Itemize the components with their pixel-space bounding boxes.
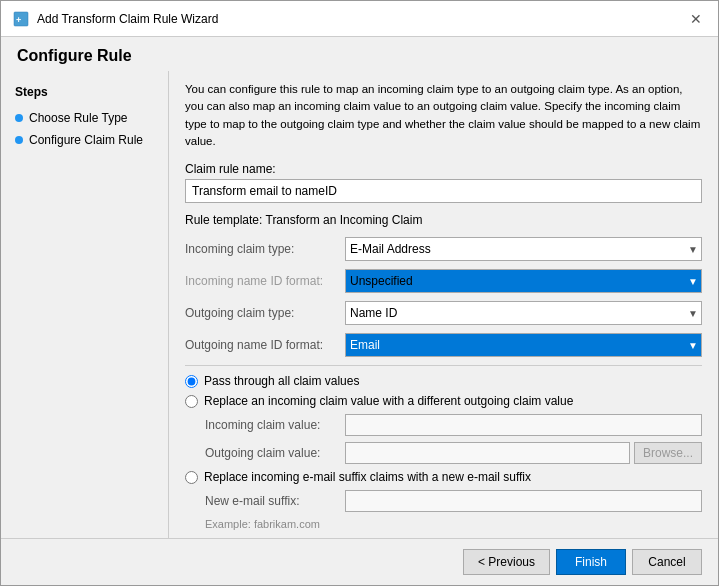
radio-pass-through-item: Pass through all claim values — [185, 374, 702, 388]
radio-replace-suffix-item: Replace incoming e-mail suffix claims wi… — [185, 470, 702, 484]
example-text: Example: fabrikam.com — [185, 518, 702, 530]
sidebar-item-configure-claim-rule[interactable]: Configure Claim Rule — [1, 129, 168, 151]
outgoing-name-id-format-wrapper: Email ▼ — [345, 333, 702, 357]
finish-button[interactable]: Finish — [556, 549, 626, 575]
incoming-name-id-format-row: Incoming name ID format: Unspecified ▼ — [185, 269, 702, 293]
outgoing-claim-type-wrapper: Name ID ▼ — [345, 301, 702, 325]
rule-template-text: Rule template: Transform an Incoming Cla… — [185, 213, 702, 227]
incoming-name-id-format-label: Incoming name ID format: — [185, 274, 345, 288]
title-bar: + Add Transform Claim Rule Wizard ✕ — [1, 1, 718, 37]
sidebar: Steps Choose Rule Type Configure Claim R… — [1, 71, 169, 538]
outgoing-name-id-format-select[interactable]: Email — [345, 333, 702, 357]
outgoing-claim-type-label: Outgoing claim type: — [185, 306, 345, 320]
content-area: Steps Choose Rule Type Configure Claim R… — [1, 71, 718, 538]
new-email-suffix-input[interactable] — [345, 490, 702, 512]
radio-replace-value[interactable] — [185, 395, 198, 408]
incoming-claim-type-select[interactable]: E-Mail Address — [345, 237, 702, 261]
radio-replace-suffix[interactable] — [185, 471, 198, 484]
outgoing-claim-value-row: Outgoing claim value: Browse... — [185, 442, 702, 464]
sidebar-label-configure-claim-rule: Configure Claim Rule — [29, 133, 143, 147]
previous-button[interactable]: < Previous — [463, 549, 550, 575]
step-dot-1 — [15, 114, 23, 122]
outgoing-name-id-format-label: Outgoing name ID format: — [185, 338, 345, 352]
close-button[interactable]: ✕ — [686, 9, 706, 29]
sidebar-item-choose-rule-type[interactable]: Choose Rule Type — [1, 107, 168, 129]
title-text: Add Transform Claim Rule Wizard — [37, 12, 218, 26]
radio-replace-value-item: Replace an incoming claim value with a d… — [185, 394, 702, 408]
outgoing-claim-value-input[interactable] — [345, 442, 630, 464]
claim-rule-name-group: Claim rule name: — [185, 162, 702, 203]
radio-replace-suffix-label: Replace incoming e-mail suffix claims wi… — [204, 470, 531, 484]
step-dot-2 — [15, 136, 23, 144]
radio-replace-value-label: Replace an incoming claim value with a d… — [204, 394, 573, 408]
incoming-name-id-format-wrapper: Unspecified ▼ — [345, 269, 702, 293]
incoming-claim-type-row: Incoming claim type: E-Mail Address ▼ — [185, 237, 702, 261]
browse-button[interactable]: Browse... — [634, 442, 702, 464]
outgoing-claim-value-label: Outgoing claim value: — [205, 446, 345, 460]
outgoing-claim-type-select[interactable]: Name ID — [345, 301, 702, 325]
radio-pass-through-label: Pass through all claim values — [204, 374, 359, 388]
svg-text:+: + — [16, 15, 21, 25]
dialog: + Add Transform Claim Rule Wizard ✕ Conf… — [0, 0, 719, 586]
description-text: You can configure this rule to map an in… — [185, 81, 702, 150]
divider-1 — [185, 365, 702, 366]
sidebar-label-choose-rule-type: Choose Rule Type — [29, 111, 128, 125]
incoming-claim-value-label: Incoming claim value: — [205, 418, 345, 432]
wizard-icon: + — [13, 11, 29, 27]
incoming-claim-type-wrapper: E-Mail Address ▼ — [345, 237, 702, 261]
incoming-claim-value-input[interactable] — [345, 414, 702, 436]
main-content: You can configure this rule to map an in… — [169, 71, 718, 538]
sidebar-title: Steps — [1, 81, 168, 107]
incoming-claim-type-label: Incoming claim type: — [185, 242, 345, 256]
title-bar-left: + Add Transform Claim Rule Wizard — [13, 11, 218, 27]
outgoing-name-id-format-row: Outgoing name ID format: Email ▼ — [185, 333, 702, 357]
page-title: Configure Rule — [1, 37, 718, 71]
claim-rule-name-input[interactable] — [185, 179, 702, 203]
cancel-button[interactable]: Cancel — [632, 549, 702, 575]
incoming-name-id-format-select[interactable]: Unspecified — [345, 269, 702, 293]
claim-rule-name-label: Claim rule name: — [185, 162, 702, 176]
footer: < Previous Finish Cancel — [1, 538, 718, 585]
outgoing-claim-type-row: Outgoing claim type: Name ID ▼ — [185, 301, 702, 325]
new-email-suffix-label: New e-mail suffix: — [205, 494, 345, 508]
new-email-suffix-row: New e-mail suffix: — [185, 490, 702, 512]
incoming-claim-value-row: Incoming claim value: — [185, 414, 702, 436]
radio-pass-through[interactable] — [185, 375, 198, 388]
